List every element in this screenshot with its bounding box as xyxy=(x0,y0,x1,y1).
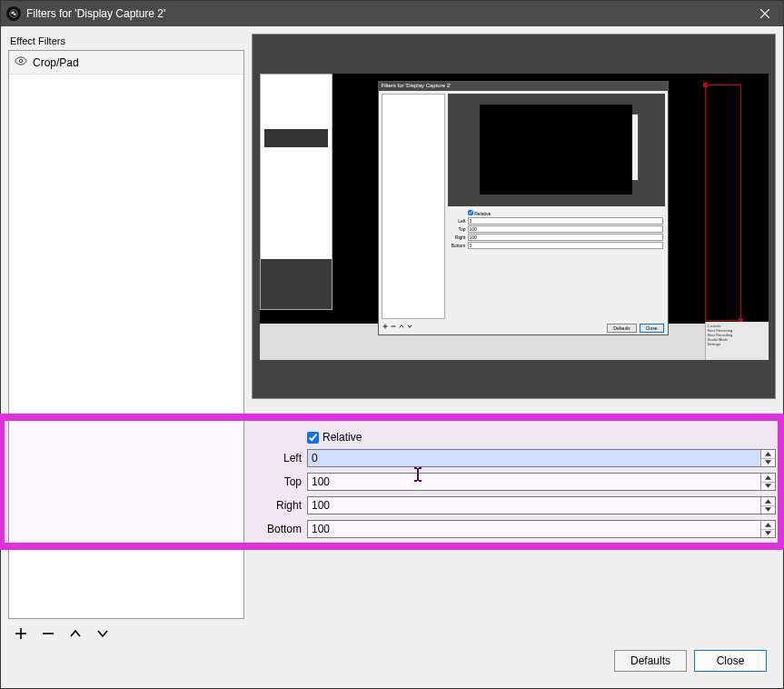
dialog-body: Effect Filters Crop/Pad xyxy=(1,26,783,688)
relative-checkbox[interactable] xyxy=(307,432,319,444)
nested-preview-dialog: Filters for 'Display Capture 2' Relative… xyxy=(378,81,669,335)
filters-dialog: Filters for 'Display Capture 2' Effect F… xyxy=(0,0,784,689)
top-spin-up[interactable] xyxy=(761,474,775,483)
filter-list[interactable]: Crop/Pad xyxy=(8,50,244,619)
app-icon xyxy=(6,6,21,21)
filter-settings-panel: Controls Start Streaming Start Recording… xyxy=(252,34,776,643)
bottom-spin-up[interactable] xyxy=(761,521,775,530)
bottom-row: Bottom xyxy=(252,520,776,538)
preview-content: Controls Start Streaming Start Recording… xyxy=(260,74,769,360)
filter-item-crop-pad[interactable]: Crop/Pad xyxy=(9,51,243,75)
top-label: Top xyxy=(252,475,302,488)
preview-area: Controls Start Streaming Start Recording… xyxy=(252,34,776,399)
visibility-icon[interactable] xyxy=(15,55,27,70)
right-input[interactable] xyxy=(308,497,760,514)
right-spin-up[interactable] xyxy=(761,497,775,506)
move-filter-up-button[interactable] xyxy=(66,624,84,643)
window-title: Filters for 'Display Capture 2' xyxy=(26,7,747,20)
filter-name: Crop/Pad xyxy=(33,56,79,69)
svg-marker-17 xyxy=(765,499,771,503)
bottom-spin-down[interactable] xyxy=(761,530,775,538)
top-row: Top xyxy=(252,473,776,491)
svg-marker-18 xyxy=(765,508,771,512)
right-label: Right xyxy=(252,499,302,512)
bottom-input[interactable] xyxy=(308,521,760,537)
left-row: Left xyxy=(252,449,776,467)
left-spin-down[interactable] xyxy=(761,459,775,467)
svg-marker-14 xyxy=(765,461,771,464)
move-filter-down-button[interactable] xyxy=(94,624,112,643)
top-input[interactable] xyxy=(308,474,760,490)
left-spin-up[interactable] xyxy=(761,450,775,459)
title-bar: Filters for 'Display Capture 2' xyxy=(1,1,783,26)
svg-marker-15 xyxy=(765,475,771,479)
crop-pad-settings: Relative Left Top xyxy=(252,399,776,643)
svg-point-3 xyxy=(13,12,15,14)
close-button[interactable]: Close xyxy=(694,650,767,672)
right-spin-down[interactable] xyxy=(761,506,775,514)
svg-point-2 xyxy=(14,14,16,16)
svg-marker-20 xyxy=(765,532,771,535)
dialog-footer: Defaults Close xyxy=(8,643,776,681)
svg-marker-16 xyxy=(765,484,771,488)
effect-filters-label: Effect Filters xyxy=(8,34,244,50)
top-spin-down[interactable] xyxy=(761,483,775,491)
relative-row: Relative xyxy=(252,431,776,444)
svg-marker-19 xyxy=(765,523,771,526)
left-input[interactable] xyxy=(308,450,760,466)
left-input-wrap xyxy=(307,449,776,467)
filter-toolbar xyxy=(8,619,244,643)
svg-point-6 xyxy=(19,59,23,63)
effect-filters-panel: Effect Filters Crop/Pad xyxy=(8,34,244,643)
right-row: Right xyxy=(252,496,776,514)
remove-filter-button[interactable] xyxy=(39,624,57,643)
svg-point-0 xyxy=(10,10,17,17)
window-close-button[interactable] xyxy=(747,1,783,26)
svg-marker-13 xyxy=(765,452,771,455)
bottom-label: Bottom xyxy=(252,523,302,535)
left-spinner xyxy=(760,450,775,466)
add-filter-button[interactable] xyxy=(12,624,30,643)
left-label: Left xyxy=(252,452,302,464)
defaults-button[interactable]: Defaults xyxy=(614,650,687,672)
relative-label: Relative xyxy=(323,431,362,444)
